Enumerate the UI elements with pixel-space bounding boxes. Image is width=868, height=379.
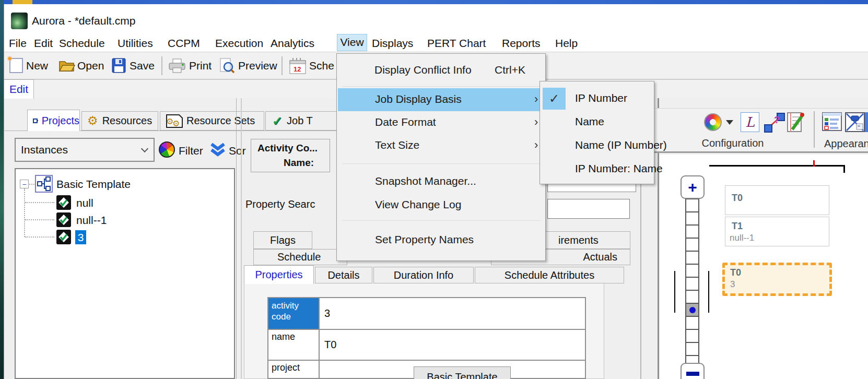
tab-duration-info[interactable]: Duration Info	[373, 267, 474, 283]
activity-check-icon	[56, 230, 71, 244]
title-bar: Aurora - *default.cmp	[4, 4, 868, 32]
tab-schedule-attributes[interactable]: Schedule Attributes	[475, 267, 624, 283]
tree-item-null[interactable]: null	[76, 197, 93, 209]
tab-flags[interactable]: Flags	[253, 231, 312, 249]
zoom-guide-line	[708, 271, 709, 313]
check-icon: ✓	[272, 114, 283, 128]
zoom-level-marker[interactable]	[685, 303, 699, 316]
node-t1[interactable]: T1 null--1	[725, 217, 829, 246]
preview-button[interactable]: Preview	[238, 60, 277, 72]
tree-connector	[24, 188, 25, 237]
open-button[interactable]: Open	[77, 60, 104, 72]
open-icon	[58, 59, 75, 73]
grid-cell-activity-code-value[interactable]: 3	[319, 297, 586, 330]
projects-icon	[33, 115, 38, 126]
menu-item-text-size[interactable]: Text Size ›	[338, 134, 545, 157]
save-icon	[112, 58, 126, 73]
grid-cell-project-label[interactable]: project	[267, 360, 320, 379]
menu-item-display-conflict-info[interactable]: Display Conflict Info Ctrl+K	[337, 57, 545, 83]
sort-icon	[210, 143, 226, 157]
link-query-icon[interactable]: ?	[764, 112, 785, 134]
hide-links-icon[interactable]	[845, 112, 865, 132]
toolbar-separator	[161, 56, 162, 75]
menu-reports[interactable]: Reports	[502, 37, 541, 50]
palette-dropdown-caret-icon[interactable]	[726, 120, 733, 125]
tab-schedule[interactable]: Schedule	[253, 249, 347, 265]
schedule-button[interactable]: Sche	[309, 60, 334, 72]
tab-projects[interactable]: Projects	[27, 110, 80, 131]
menu-item-set-property-names[interactable]: Set Property Names	[338, 227, 545, 252]
palette-icon[interactable]	[704, 113, 722, 131]
panel-splitter[interactable]	[236, 98, 237, 379]
menu-pert-chart[interactable]: PERT Chart	[427, 37, 486, 50]
panel-splitter[interactable]	[241, 98, 242, 379]
project-link-button[interactable]: Basic Template	[414, 366, 511, 379]
save-button[interactable]: Save	[130, 60, 155, 72]
sort-button[interactable]: Sor	[229, 145, 246, 157]
grid-cell-name-label[interactable]: name	[267, 329, 320, 361]
checkmark-icon: ✓	[543, 88, 566, 110]
print-button[interactable]: Print	[189, 60, 212, 72]
menu-item-snapshot-manager[interactable]: Snapshot Manager...	[338, 170, 545, 193]
submenu-arrow-icon: ›	[534, 115, 538, 129]
submenu-item-ip-number-name[interactable]: IP Number: Name	[541, 157, 653, 181]
zoom-out-button[interactable]	[681, 363, 705, 379]
menu-displays[interactable]: Displays	[372, 37, 413, 50]
schedule-icon: 12	[289, 57, 306, 74]
label-tool-icon[interactable]: L	[741, 112, 759, 132]
menu-help[interactable]: Help	[555, 37, 578, 50]
menu-edit[interactable]: Edit	[34, 37, 53, 50]
new-button[interactable]: New	[26, 60, 48, 72]
grid-cell-name-value[interactable]: T0	[319, 329, 586, 361]
tab-resources[interactable]: ⚙ Resources	[81, 111, 158, 131]
menu-schedule[interactable]: Schedule	[59, 37, 105, 50]
submenu-arrow-icon: ›	[534, 138, 538, 152]
chevron-down-icon	[141, 145, 148, 152]
node-title: T0	[730, 267, 829, 278]
instances-dropdown[interactable]: Instances	[15, 138, 155, 162]
preview-icon	[219, 58, 235, 74]
submenu-item-name-ip-number[interactable]: Name (IP Number)	[541, 134, 653, 157]
submenu-item-name[interactable]: Name	[541, 110, 653, 134]
gears-page-icon: ⚙ ⚙	[165, 114, 183, 128]
menu-item-job-display-basis[interactable]: Job Display Basis ›	[338, 88, 545, 111]
tree-connector	[25, 202, 54, 203]
legend-icon[interactable]	[822, 112, 842, 131]
submenu-item-ip-number[interactable]: ✓ IP Number	[541, 87, 653, 110]
menu-analytics[interactable]: Analytics	[271, 37, 314, 50]
shortcut-label: Ctrl+K	[495, 64, 525, 76]
tree-root-label[interactable]: Basic Template	[56, 178, 131, 191]
menu-ccpm[interactable]: CCPM	[168, 37, 200, 50]
tree-item-null-1[interactable]: null--1	[76, 214, 107, 227]
edit-notes-icon[interactable]	[785, 111, 805, 134]
desktop-edge-top	[4, 0, 868, 4]
timeline-line	[709, 165, 845, 167]
menu-item-view-change-log[interactable]: View Change Log	[338, 193, 545, 217]
tab-resource-sets[interactable]: ⚙ ⚙ Resource Sets	[160, 111, 264, 131]
menu-view[interactable]: View	[337, 34, 367, 51]
activity-group-title: Activity Co...	[257, 143, 318, 154]
property-search-input[interactable]	[547, 199, 630, 219]
tab-job-types[interactable]: ✓ Job T	[265, 111, 338, 131]
menu-item-date-format[interactable]: Date Format ›	[338, 111, 545, 134]
filter-button[interactable]: Filter	[179, 145, 203, 157]
tab-edit[interactable]: Edit	[4, 79, 34, 99]
node-t0-selected[interactable]: T0 3	[722, 263, 832, 296]
node-subtitle: null--1	[730, 233, 829, 243]
menu-file[interactable]: File	[9, 37, 27, 50]
tab-properties[interactable]: Properties	[244, 265, 314, 284]
tree-item-3-selected[interactable]: 3	[75, 230, 86, 244]
zoom-ladder[interactable]	[685, 198, 699, 362]
tab-details[interactable]: Details	[315, 267, 372, 283]
minus-glyph	[686, 372, 699, 376]
tree-expander[interactable]: −	[20, 180, 29, 188]
grid-cell-activity-code-label[interactable]: activity code	[267, 297, 320, 330]
timeline-marker-red	[813, 160, 815, 167]
activity-check-icon	[56, 212, 71, 227]
name-label: Name:	[284, 157, 314, 169]
zoom-in-button[interactable]: +	[681, 175, 705, 199]
grid-cell-project-value: Basic Template	[319, 360, 586, 379]
node-t0[interactable]: T0	[725, 185, 829, 215]
menu-execution[interactable]: Execution	[215, 37, 263, 50]
menu-utilities[interactable]: Utilities	[118, 37, 153, 50]
